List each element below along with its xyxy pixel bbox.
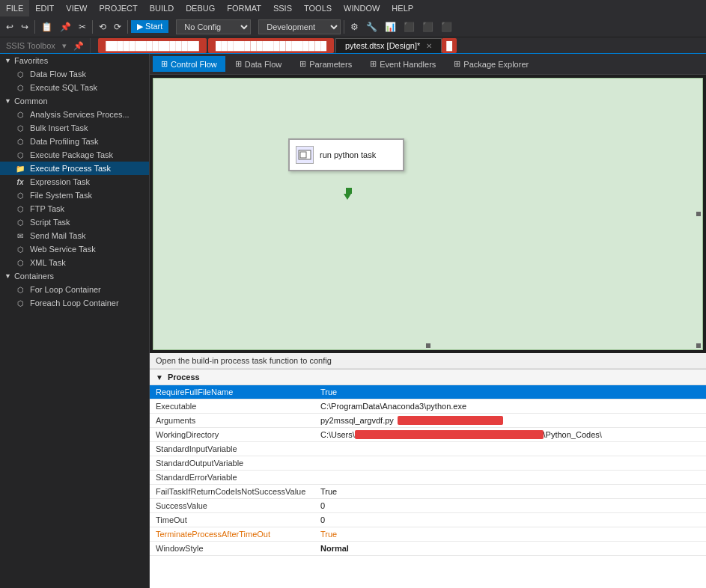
toolbox-item-send-mail[interactable]: ✉ Send Mail Task bbox=[0, 229, 149, 242]
prop-row-timeout[interactable]: TimeOut 0 bbox=[150, 513, 706, 527]
task-node-run-python[interactable]: run python task bbox=[288, 138, 404, 171]
resize-handle-corner[interactable] bbox=[696, 343, 701, 348]
toolbar-separator-1 bbox=[34, 20, 35, 34]
menu-bar: FILE EDIT VIEW PROJECT BUILD DEBUG FORMA… bbox=[0, 0, 706, 16]
toolbar-paste-btn[interactable]: 📌 bbox=[57, 19, 74, 35]
prop-row-require-full-filename[interactable]: RequireFullFileName True bbox=[150, 385, 706, 399]
prop-row-executable[interactable]: Executable C:\ProgramData\Anaconda3\pyth… bbox=[150, 399, 706, 414]
connector-dot bbox=[346, 188, 352, 194]
send-mail-icon: ✉ bbox=[15, 230, 25, 241]
section-common-label: Common bbox=[14, 97, 48, 105]
toolbox-item-data-flow-task[interactable]: ⬡ Data Flow Task bbox=[0, 67, 149, 81]
resize-handle-right[interactable] bbox=[696, 212, 701, 216]
toolbox-item-expression[interactable]: fx Expression Task bbox=[0, 175, 149, 189]
tab-event-handlers[interactable]: ⊞ Event Handlers bbox=[362, 56, 444, 72]
tab-data-flow[interactable]: ⊞ Data Flow bbox=[227, 56, 290, 72]
toolbox-item-web-service[interactable]: ⬡ Web Service Task bbox=[0, 242, 149, 256]
toolbox-item-for-loop[interactable]: ⬡ For Loop Container bbox=[0, 283, 149, 296]
menu-edit[interactable]: EDIT bbox=[29, 0, 60, 16]
prop-row-arguments[interactable]: Arguments py2mssql_argvdf.py bbox=[150, 414, 706, 428]
menu-file[interactable]: FILE bbox=[0, 0, 29, 16]
tab-pytest-dtsx[interactable]: pytest.dtsx [Design]* ✕ bbox=[335, 38, 442, 53]
toolbox-item-xml[interactable]: ⬡ XML Task bbox=[0, 256, 149, 269]
item-label: FTP Task bbox=[30, 204, 64, 213]
prop-value bbox=[314, 442, 706, 456]
prop-row-stdout[interactable]: StandardOutputVariable bbox=[150, 456, 706, 471]
chevron-down-icon: ▼ bbox=[4, 57, 11, 64]
menu-debug[interactable]: DEBUG bbox=[180, 0, 221, 16]
file-tab-3[interactable]: █ bbox=[442, 38, 457, 53]
toolbox-section-favorites-header[interactable]: ▼ Favorites bbox=[0, 54, 149, 67]
toolbar-separator-4 bbox=[344, 20, 344, 34]
design-canvas[interactable]: run python task bbox=[153, 78, 703, 350]
environment-dropdown[interactable]: Development bbox=[258, 19, 341, 34]
menu-help[interactable]: HELP bbox=[386, 0, 419, 16]
toolbar-misc6-btn[interactable]: ⬛ bbox=[438, 19, 455, 35]
toolbar-misc2-btn[interactable]: 🔧 bbox=[363, 19, 380, 35]
main-layout: ▼ Favorites ⬡ Data Flow Task ⬡ Execute S… bbox=[0, 54, 706, 588]
for-loop-icon: ⬡ bbox=[15, 284, 25, 295]
properties-panel: ▼ Process RequireFullFileName True Execu… bbox=[150, 369, 706, 588]
prop-key: Arguments bbox=[150, 414, 314, 428]
toolbox-item-execute-sql-task[interactable]: ⬡ Execute SQL Task bbox=[0, 81, 149, 94]
right-panel: ⊞ Control Flow ⊞ Data Flow ⊞ Parameters … bbox=[150, 54, 706, 588]
tab-control-flow[interactable]: ⊞ Control Flow bbox=[153, 56, 225, 72]
toolbox-item-data-profiling[interactable]: ⬡ Data Profiling Task bbox=[0, 135, 149, 148]
file-tab-2[interactable]: ███████████████████ bbox=[208, 38, 334, 53]
prop-key: StandardErrorVariable bbox=[150, 471, 314, 485]
toolbox-item-analysis-services[interactable]: ⬡ Analysis Services Proces... bbox=[0, 108, 149, 121]
menu-build[interactable]: BUILD bbox=[144, 0, 180, 16]
menu-tools[interactable]: TOOLS bbox=[298, 0, 338, 16]
toolbar-misc5-btn[interactable]: ⬛ bbox=[419, 19, 436, 35]
file-tab-1[interactable]: ████████████████ bbox=[98, 38, 207, 53]
item-label: Expression Task bbox=[30, 177, 90, 186]
menu-format[interactable]: FORMAT bbox=[221, 0, 267, 16]
toolbar-copy-btn[interactable]: 📋 bbox=[38, 19, 55, 35]
tab-parameters-label: Parameters bbox=[309, 60, 352, 69]
prop-row-working-dir[interactable]: WorkingDirectory C:\Users\ \Python_Codes… bbox=[150, 428, 706, 442]
toolbar-misc3-btn[interactable]: 📊 bbox=[382, 19, 399, 35]
toolbox-item-execute-package[interactable]: ⬡ Execute Package Task bbox=[0, 148, 149, 162]
prop-row-fail-task[interactable]: FailTaskIfReturnCodeIsNotSuccessValue Tr… bbox=[150, 485, 706, 499]
toolbar-redo-btn[interactable]: ↪ bbox=[18, 19, 31, 35]
prop-row-success-value[interactable]: SuccessValue 0 bbox=[150, 499, 706, 513]
prop-row-terminate-process[interactable]: TerminateProcessAfterTimeOut True bbox=[150, 527, 706, 542]
menu-view[interactable]: VIEW bbox=[60, 0, 93, 16]
toolbox-tab-label: SSIS Toolbox ▾ 📌 bbox=[0, 38, 91, 53]
toolbox-item-foreach-loop[interactable]: ⬡ Foreach Loop Container bbox=[0, 296, 149, 310]
prop-row-stderr[interactable]: StandardErrorVariable bbox=[150, 471, 706, 485]
toolbar-new-btn[interactable]: ↩ bbox=[3, 19, 16, 35]
prop-value: py2mssql_argvdf.py bbox=[314, 414, 706, 428]
item-label: Web Service Task bbox=[30, 245, 96, 254]
prop-row-stdin[interactable]: StandardInputVariable bbox=[150, 442, 706, 456]
package-explorer-icon: ⊞ bbox=[454, 59, 460, 69]
data-profiling-icon: ⬡ bbox=[15, 136, 25, 147]
ftp-icon: ⬡ bbox=[15, 203, 25, 214]
toolbar-redo2-btn[interactable]: ⟳ bbox=[111, 19, 124, 35]
toolbox-section-containers-header[interactable]: ▼ Containers bbox=[0, 269, 149, 283]
toolbox-item-bulk-insert[interactable]: ⬡ Bulk Insert Task bbox=[0, 121, 149, 135]
collapse-icon[interactable]: ▼ bbox=[156, 373, 163, 382]
toolbox-item-script[interactable]: ⬡ Script Task bbox=[0, 215, 149, 229]
toolbar-misc1-btn[interactable]: ⚙ bbox=[347, 19, 362, 35]
tab-package-explorer[interactable]: ⊞ Package Explorer bbox=[445, 56, 537, 72]
toolbar-misc4-btn[interactable]: ⬛ bbox=[401, 19, 418, 35]
menu-window[interactable]: WINDOW bbox=[338, 0, 386, 16]
prop-value: 0 bbox=[314, 499, 706, 513]
menu-ssis[interactable]: SSIS bbox=[267, 0, 298, 16]
start-button[interactable]: ▶ Start bbox=[131, 20, 168, 33]
toolbar-undo-btn[interactable]: ⟲ bbox=[96, 19, 109, 35]
resize-handle-bottom[interactable] bbox=[426, 343, 430, 348]
tab-close-btn[interactable]: ✕ bbox=[426, 42, 432, 50]
toolbox-item-ftp[interactable]: ⬡ FTP Task bbox=[0, 202, 149, 215]
toolbar-cut-btn[interactable]: ✂ bbox=[76, 19, 89, 35]
toolbox-item-execute-process[interactable]: 📁 Execute Process Task bbox=[0, 162, 149, 175]
tab-parameters[interactable]: ⊞ Parameters bbox=[291, 56, 360, 72]
toolbox-item-file-system[interactable]: ⬡ File System Task bbox=[0, 189, 149, 202]
toolbox-section-common-header[interactable]: ▼ Common bbox=[0, 94, 149, 108]
config-dropdown[interactable]: No Config bbox=[176, 19, 251, 34]
menu-project[interactable]: PROJECT bbox=[93, 0, 143, 16]
item-label: Script Task bbox=[30, 218, 70, 227]
chevron-down-icon: ▼ bbox=[4, 272, 11, 280]
prop-row-window-style[interactable]: WindowStyle Normal bbox=[150, 542, 706, 556]
